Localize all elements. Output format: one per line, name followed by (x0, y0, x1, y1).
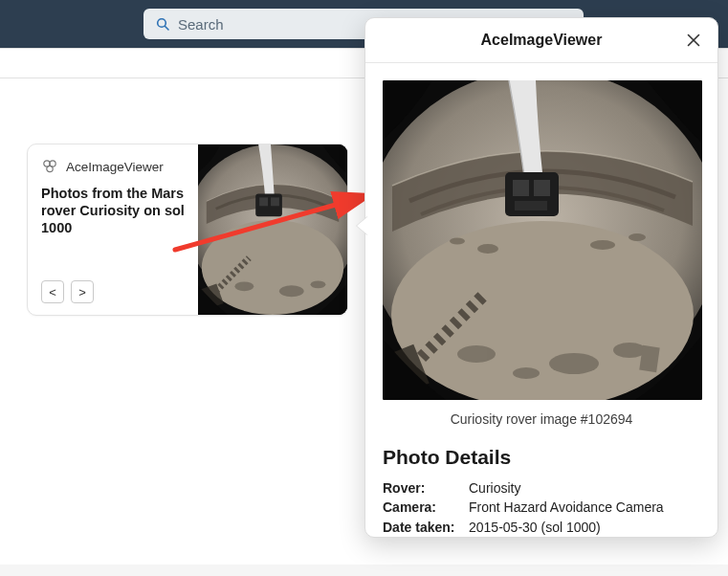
image-card[interactable]: AceImageViewer Photos from the Mars rove… (27, 144, 348, 316)
svg-rect-24 (515, 201, 547, 210)
card-thumbnail[interactable] (198, 144, 347, 315)
svg-point-13 (279, 285, 304, 297)
detail-row-rover: Rover: Curiosity (383, 478, 700, 498)
svg-point-26 (457, 345, 496, 363)
svg-rect-9 (259, 197, 268, 206)
svg-rect-23 (534, 180, 550, 196)
detail-value: Curiosity (469, 478, 700, 498)
close-button[interactable] (683, 30, 704, 51)
card-app-name: AceImageViewer (66, 160, 164, 174)
detail-label: Date taken: (383, 518, 469, 537)
detail-label: Camera: (383, 498, 469, 517)
svg-point-7 (202, 220, 343, 315)
detail-value: 2015-05-30 (sol 1000) (469, 518, 700, 537)
panel-header: AceImageViewer (365, 18, 717, 63)
card-title: Photos from the Mars rover Curiosity on … (41, 185, 187, 236)
next-button[interactable]: > (71, 280, 94, 303)
detail-row-date: Date taken: 2015-05-30 (sol 1000) (383, 518, 700, 537)
svg-point-14 (311, 280, 326, 288)
svg-rect-22 (513, 180, 529, 196)
svg-point-20 (391, 221, 694, 400)
panel-title: AceImageViewer (481, 32, 603, 49)
card-info: AceImageViewer Photos from the Mars rove… (28, 144, 198, 315)
svg-point-31 (590, 240, 615, 250)
svg-rect-10 (271, 197, 279, 206)
svg-line-1 (165, 26, 168, 30)
svg-point-27 (549, 353, 599, 374)
svg-point-32 (629, 233, 646, 241)
prev-button[interactable]: < (41, 280, 64, 303)
details-heading: Photo Details (383, 446, 700, 469)
detail-label: Rover: (383, 478, 469, 498)
svg-point-33 (477, 244, 498, 254)
panel-pointer-icon (357, 216, 368, 235)
svg-point-29 (513, 367, 540, 379)
panel-image[interactable] (383, 80, 702, 400)
close-icon (687, 33, 700, 47)
app-icon (41, 158, 58, 175)
svg-point-4 (47, 166, 53, 171)
svg-point-28 (613, 343, 646, 358)
svg-point-12 (234, 281, 254, 291)
svg-point-34 (450, 238, 465, 245)
detail-value: Front Hazard Avoidance Camera (469, 498, 700, 517)
svg-rect-30 (639, 345, 659, 372)
detail-panel: AceImageViewer (364, 17, 718, 538)
search-icon (155, 16, 170, 32)
detail-row-camera: Camera: Front Hazard Avoidance Camera (383, 498, 700, 517)
image-caption: Curiosity rover image #102694 (383, 411, 700, 427)
